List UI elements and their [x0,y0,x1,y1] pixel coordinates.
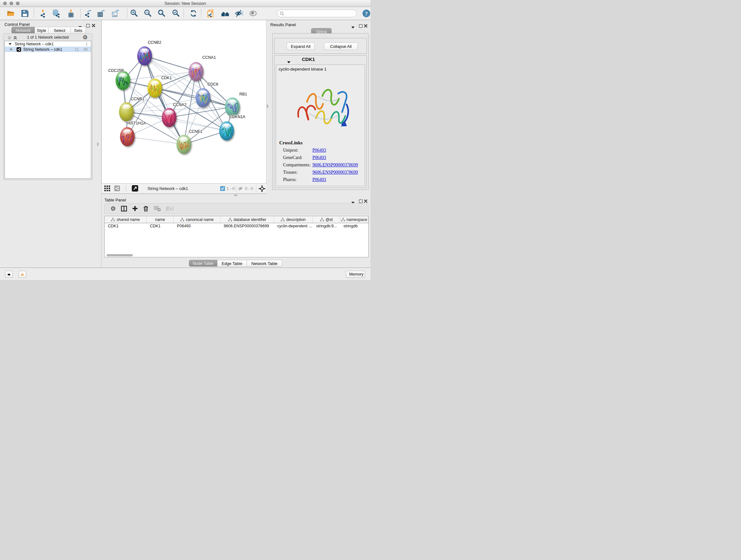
table-cell[interactable]: CDK1 [105,223,147,229]
table-row[interactable]: CDK1CDK1P064939606.ENSP00000378699cyclin… [105,223,368,229]
tab-select[interactable]: Select [49,27,71,34]
save-session-button[interactable] [20,9,30,18]
search-input[interactable] [286,11,354,16]
results-panel-close-icon[interactable] [364,23,367,29]
import-network-file-button[interactable] [38,9,48,18]
results-panel-float-icon[interactable] [359,23,362,29]
column-header--id[interactable]: @id [313,216,340,223]
network-selection-status: 1 of 1 Network selected [3,35,92,40]
export-view-icon[interactable] [132,185,138,193]
crosslink-compartments-link[interactable]: 9606.ENSP00000378699 [313,163,358,170]
table-cell[interactable]: P06493 [174,223,220,229]
edge-HIST1H1A-CCNE1[interactable] [127,137,184,144]
tab-edge-table[interactable]: Edge Table [217,260,247,266]
node-CCNA1[interactable] [189,62,203,81]
hide-selected-button[interactable] [234,9,244,18]
edge-CCNB2-CCNA1[interactable] [145,56,196,71]
tab-node-table[interactable]: Node Table [189,260,217,266]
control-panel-float-icon[interactable] [86,23,90,29]
tab-style[interactable]: Style [35,27,49,34]
crosslink-pharos-link[interactable]: P06493 [313,177,326,185]
table-cell[interactable]: stringdb:9... [313,223,340,229]
open-session-button[interactable] [6,9,16,18]
network-snapshot-button[interactable] [206,9,215,18]
export-table-button[interactable] [96,9,106,18]
warnings-button[interactable] [18,271,26,278]
column-header-shared-name[interactable]: shared name [105,216,147,223]
refresh-view-button[interactable] [189,9,198,18]
network-list-options-gear-icon[interactable]: ⚙ [83,35,88,40]
node-CCNE1[interactable] [177,135,191,154]
edge-CCNA2-CDKN1A[interactable] [169,118,226,131]
help-button[interactable]: ? [362,9,370,18]
show-all-button[interactable] [248,9,258,18]
import-network-database-button[interactable] [52,9,61,18]
delete-column-button[interactable] [143,205,149,212]
crosslink-genecard-link[interactable]: P06493 [313,155,326,163]
column-header-database-identifier[interactable]: database identifier [220,216,274,223]
column-header-namespace[interactable]: namespace [340,216,368,223]
zoom-in-button[interactable] [129,9,139,18]
node-CDK1[interactable] [147,78,162,98]
first-neighbors-button[interactable] [220,9,230,18]
collection-expand-icon[interactable] [9,43,11,45]
column-header-name[interactable]: name [147,216,174,223]
network-collection-row[interactable]: String Network – cdk1 1 [5,41,91,47]
node-RB1[interactable] [225,98,240,117]
protein-structure-image [290,77,354,136]
control-panel-close-icon[interactable] [92,23,95,28]
column-type-icon [320,218,324,222]
horizontal-scrollbar[interactable] [107,254,133,256]
node-HIST1H1A[interactable] [120,127,135,146]
zoom-out-button[interactable] [143,9,152,18]
table-cell[interactable]: CDK1 [147,223,174,229]
crosslink-tissues-link[interactable]: 9606.ENSP00000378699 [313,170,358,177]
horizontal-splitter-handle[interactable] [234,194,238,196]
protein-collapse-icon[interactable] [287,59,290,64]
node-CCNA2[interactable] [162,108,177,127]
collapse-all-button[interactable]: Collapse All [324,43,358,50]
column-header-canonical-name[interactable]: canonical name [174,216,220,223]
network-tab-frame: 1 of 1 Network selected ⚙ String Network… [3,33,92,180]
tab-network[interactable]: Network [11,27,35,34]
node-label-CCNB1: CCNB1 [131,97,144,101]
crosslink-uniprot-link[interactable]: P06493 [313,148,326,155]
selected-node-edge-counts: 1 - 0 [226,186,234,191]
import-table-file-button[interactable] [66,9,76,18]
memory-button[interactable]: Memory [346,271,365,278]
network-row-selected[interactable]: String Network – cdk1 11 48 [5,47,91,52]
results-panel-collapse-icon[interactable] [351,24,354,30]
left-splitter-handle[interactable] [97,142,98,146]
network-canvas[interactable]: CCNB2CCNA1CDC25BCDK1CDC6RB1CCNB1CCNA2CDK… [102,20,266,183]
network-graph[interactable]: CCNB2CCNA1CDC25BCDK1CDC6RB1CCNB1CCNA2CDK… [102,20,266,183]
node-CDC6[interactable] [196,88,210,107]
network-edge-count: 48 [83,47,88,52]
tab-sets[interactable]: Sets [71,27,86,34]
column-header-description[interactable]: description [274,216,313,223]
edge-CCNB2-CCNE1[interactable] [145,56,184,144]
birdseye-grid-icon[interactable] [105,186,110,192]
create-column-button[interactable] [132,205,138,212]
export-network-button[interactable] [83,9,92,18]
table-cell[interactable]: stringdb [340,223,368,229]
node-CCNB2[interactable] [137,46,152,65]
node-CDKN1A[interactable] [219,121,234,140]
export-image-button[interactable] [111,9,120,18]
zoom-selected-button[interactable] [171,9,181,18]
table-options-gear-icon[interactable]: ⚙ [111,205,116,212]
string-results-box: Expand All Collapse All CDK1 cyclin-depe… [272,33,368,190]
expand-all-button[interactable]: Expand All [286,43,315,50]
node-CDC25B[interactable] [116,71,130,90]
fit-content-icon [157,9,165,17]
string-style-icon[interactable] [114,186,120,192]
cloud-status-button[interactable] [5,271,13,278]
table-cell[interactable]: cyclin-dependent ... [274,223,313,229]
tab-network-table[interactable]: Network Table [247,260,282,266]
export-table-icon [97,9,105,17]
selected-checkbox-icon[interactable] [220,186,225,192]
birdseye-toggle-icon[interactable] [259,185,266,193]
node-CCNB1[interactable] [119,102,134,121]
table-cell[interactable]: 9606.ENSP00000378699 [220,223,274,229]
show-columns-button[interactable] [121,205,127,212]
fit-content-button[interactable] [157,9,166,18]
